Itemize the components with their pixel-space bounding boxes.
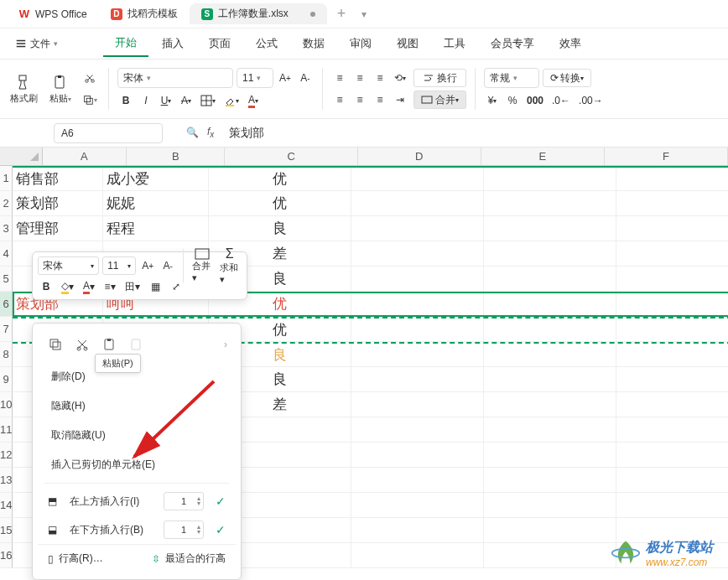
- cell[interactable]: [351, 493, 484, 518]
- cell[interactable]: [351, 292, 484, 317]
- col-header-c[interactable]: C: [225, 148, 357, 165]
- mini-format[interactable]: ▦: [147, 277, 164, 296]
- comma-button[interactable]: 000: [524, 91, 546, 110]
- cell[interactable]: [484, 168, 616, 191]
- ctx-insert-cut-cells[interactable]: 插入已剪切的单元格(E): [38, 450, 236, 479]
- cell[interactable]: [484, 367, 616, 392]
- ctx-cut-button[interactable]: [73, 335, 91, 354]
- row-header[interactable]: 2: [0, 191, 13, 216]
- cell[interactable]: [351, 417, 484, 443]
- font-name-select[interactable]: 宋体▾: [117, 68, 233, 88]
- select-all-corner[interactable]: [0, 148, 43, 165]
- row-header[interactable]: 13: [0, 468, 13, 493]
- paste-button[interactable]: 粘贴▾: [46, 72, 75, 106]
- cell[interactable]: 销售部: [13, 168, 103, 191]
- cell[interactable]: [484, 267, 616, 292]
- cell[interactable]: [351, 267, 484, 292]
- indent-button[interactable]: ⇥: [392, 91, 408, 109]
- orientation-button[interactable]: ⟲▾: [392, 69, 408, 87]
- cell[interactable]: [616, 468, 728, 493]
- row-header[interactable]: 7: [0, 317, 13, 342]
- ctx-paste-button[interactable]: [100, 335, 118, 354]
- cell[interactable]: [616, 417, 728, 443]
- menu-review[interactable]: 审阅: [338, 31, 383, 56]
- new-tab-button[interactable]: +: [327, 5, 356, 23]
- strike-button[interactable]: A▾: [178, 91, 195, 110]
- row-header[interactable]: 8: [0, 342, 13, 367]
- font-color-button[interactable]: A▾: [245, 91, 262, 110]
- align-bot-button[interactable]: ≡: [372, 69, 388, 87]
- mini-align[interactable]: ≡▾: [101, 277, 118, 296]
- cell[interactable]: [484, 417, 616, 443]
- ctx-best-fit[interactable]: 最适合的行高: [165, 552, 226, 566]
- bold-button[interactable]: B: [117, 91, 134, 110]
- cell[interactable]: [484, 543, 616, 568]
- cell[interactable]: 优: [209, 191, 351, 216]
- row-header[interactable]: 1: [0, 166, 13, 191]
- cell[interactable]: [484, 216, 616, 241]
- row-header[interactable]: 4: [0, 241, 13, 267]
- align-center-button[interactable]: ≡: [351, 91, 368, 109]
- font-increase-button[interactable]: A+: [277, 69, 294, 87]
- row-header[interactable]: 12: [0, 443, 13, 468]
- ctx-unhide[interactable]: 取消隐藏(U): [38, 421, 236, 450]
- cell[interactable]: [351, 318, 484, 342]
- ctx-insert-below[interactable]: ⬓ 在下方插入行(B) 1▴▾ ✓: [38, 515, 236, 544]
- row-header[interactable]: 14: [0, 493, 13, 518]
- cell[interactable]: [351, 392, 484, 417]
- tab-workbook[interactable]: S 工作簿数量.xlsx: [190, 3, 327, 24]
- cell[interactable]: [351, 443, 484, 468]
- fx-icon[interactable]: fx: [207, 126, 214, 139]
- row-header[interactable]: 16: [0, 543, 13, 568]
- wrap-button[interactable]: 换行: [413, 69, 466, 87]
- cell[interactable]: [616, 392, 728, 417]
- mini-font-color[interactable]: A▾: [81, 277, 97, 296]
- align-left-button[interactable]: ≡: [331, 91, 348, 109]
- menu-page[interactable]: 页面: [197, 31, 242, 56]
- dec-dec-button[interactable]: .00→: [576, 91, 606, 110]
- italic-button[interactable]: I: [138, 91, 154, 110]
- tab-menu-button[interactable]: ▾: [356, 5, 372, 23]
- fill-color-button[interactable]: ▾: [221, 91, 242, 110]
- cut-button[interactable]: [80, 69, 100, 87]
- ctx-expand-button[interactable]: ›: [224, 339, 227, 350]
- mini-font-name[interactable]: 宋体▾: [38, 256, 99, 275]
- col-header-a[interactable]: A: [43, 148, 127, 165]
- col-header-b[interactable]: B: [127, 148, 225, 165]
- merge-button[interactable]: 合并▾: [413, 91, 466, 109]
- ctx-insert-above[interactable]: ⬒ 在上方插入行(I) 1▴▾ ✓: [38, 487, 236, 515]
- currency-button[interactable]: ¥▾: [484, 91, 501, 110]
- cell[interactable]: [616, 493, 728, 518]
- cell[interactable]: 程程: [103, 216, 209, 241]
- cell[interactable]: 妮妮: [103, 191, 209, 216]
- cell[interactable]: [484, 344, 616, 367]
- tab-wps[interactable]: W WPS Office: [7, 5, 99, 23]
- menu-efficiency[interactable]: 效率: [548, 31, 593, 56]
- menu-formula[interactable]: 公式: [244, 31, 289, 56]
- border-button[interactable]: ▾: [198, 91, 218, 110]
- cell[interactable]: [351, 344, 484, 367]
- convert-button[interactable]: ⟳转换▾: [543, 69, 591, 87]
- menu-insert[interactable]: 插入: [150, 31, 195, 56]
- number-format-select[interactable]: 常规▾: [484, 68, 539, 88]
- cell[interactable]: [616, 344, 728, 367]
- name-box[interactable]: A6: [54, 123, 163, 143]
- menu-view[interactable]: 视图: [385, 31, 430, 56]
- row-header[interactable]: 6: [0, 292, 13, 317]
- cell[interactable]: [484, 443, 616, 468]
- cell[interactable]: [616, 367, 728, 392]
- cell[interactable]: [351, 168, 484, 191]
- row-header[interactable]: 10: [0, 392, 13, 417]
- mini-bold[interactable]: B: [38, 277, 55, 296]
- cell[interactable]: [484, 191, 616, 216]
- row-header[interactable]: 9: [0, 367, 13, 392]
- cell[interactable]: [484, 518, 616, 543]
- col-header-f[interactable]: F: [605, 148, 728, 165]
- col-header-d[interactable]: D: [358, 148, 481, 165]
- mini-fill[interactable]: ◇▾: [59, 277, 76, 296]
- cell[interactable]: [351, 191, 484, 216]
- cell[interactable]: 良: [209, 216, 351, 241]
- percent-button[interactable]: %: [504, 91, 521, 110]
- ctx-hide[interactable]: 隐藏(H): [38, 391, 236, 421]
- cell[interactable]: 成小爱: [103, 168, 209, 191]
